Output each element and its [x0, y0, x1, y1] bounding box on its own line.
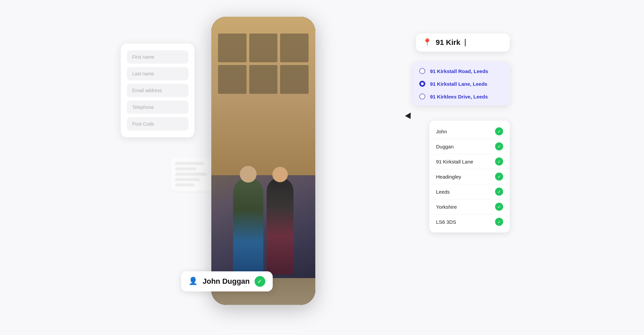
detail-row-yorkshire: Yorkshire ✓: [429, 199, 510, 214]
phone-mockup: [211, 17, 315, 305]
check-postcode: ✓: [495, 218, 503, 226]
check-street: ✓: [495, 157, 503, 165]
last-name-field[interactable]: Last name: [127, 67, 189, 80]
detail-row-postcode: LS6 3DS ✓: [429, 214, 510, 229]
suggestion-item-2[interactable]: 91 Kirkstall Lane, Leeds: [413, 77, 510, 90]
suggestion-item-3[interactable]: 91 Kirklees Drive, Leeds: [413, 90, 510, 103]
pin-icon: 📍: [423, 38, 432, 47]
postcode-field[interactable]: Post Code: [127, 117, 189, 131]
text-cursor: [465, 39, 466, 46]
name-check-icon: ✓: [255, 276, 265, 287]
check-headingley: ✓: [495, 173, 503, 181]
badge-name: John Duggan: [203, 277, 250, 286]
radio-2[interactable]: [419, 81, 425, 87]
check-john: ✓: [495, 127, 503, 135]
detail-row-headingley: Headingley ✓: [429, 169, 510, 184]
email-field[interactable]: Email address: [127, 84, 189, 97]
check-leeds: ✓: [495, 188, 503, 196]
address-input[interactable]: 91 Kirk: [436, 38, 460, 47]
radio-3[interactable]: [419, 93, 425, 99]
telephone-field[interactable]: Telephone: [127, 100, 189, 114]
name-badge: 👤 John Duggan ✓: [181, 271, 273, 291]
first-name-field[interactable]: First name: [127, 50, 189, 64]
suggestions-dropdown[interactable]: 91 Kirkstall Road, Leeds 91 Kirkstall La…: [413, 62, 510, 106]
radio-1[interactable]: [419, 68, 425, 74]
detail-row-john: John ✓: [429, 124, 510, 139]
suggestion-item-1[interactable]: 91 Kirkstall Road, Leeds: [413, 65, 510, 77]
address-search-card[interactable]: 📍 91 Kirk: [416, 34, 510, 52]
details-card: John ✓ Duggan ✓ 91 Kirkstall Lane ✓ Head…: [429, 121, 510, 232]
mouse-cursor-icon: [405, 113, 413, 121]
detail-row-duggan: Duggan ✓: [429, 139, 510, 154]
form-card: First name Last name Email address Telep…: [121, 44, 195, 137]
detail-row-street: 91 Kirkstall Lane ✓: [429, 154, 510, 169]
check-yorkshire: ✓: [495, 203, 503, 211]
detail-row-leeds: Leeds ✓: [429, 184, 510, 199]
check-duggan: ✓: [495, 142, 503, 150]
person-icon: 👤: [189, 277, 198, 286]
blurred-card: [171, 157, 215, 191]
